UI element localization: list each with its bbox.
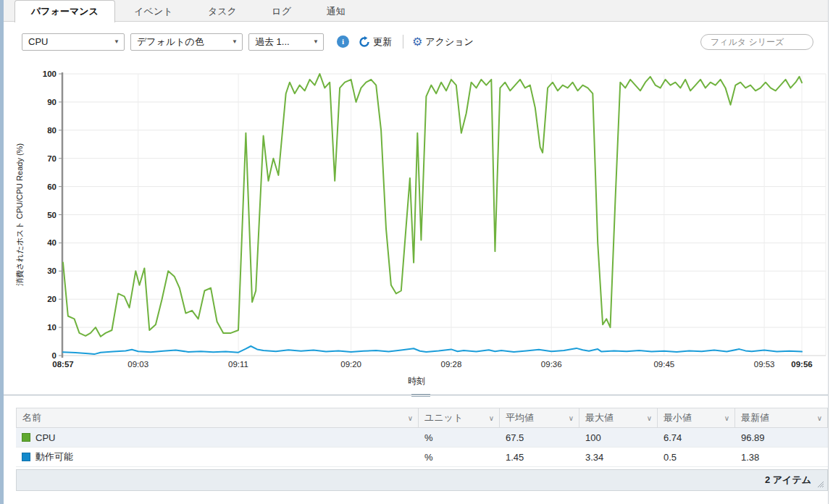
- svg-text:100: 100: [43, 70, 56, 78]
- svg-text:0: 0: [52, 351, 56, 360]
- series-table: 名前 ∨ ユニット ∨ 平均値 ∨ 最大値 ∨ 最小値 ∨ 最新値 ∨ CPU …: [16, 408, 828, 467]
- chevron-down-icon[interactable]: ∨: [647, 414, 652, 422]
- series-minimum: 6.74: [658, 428, 735, 448]
- column-header-name[interactable]: 名前 ∨: [16, 408, 419, 428]
- svg-text:09:03: 09:03: [127, 360, 148, 369]
- column-header-latest[interactable]: 最新値 ∨: [735, 408, 828, 428]
- svg-text:09:45: 09:45: [653, 360, 674, 369]
- series-minimum: 0.5: [658, 448, 735, 467]
- svg-text:10: 10: [47, 323, 56, 332]
- series-average: 67.5: [500, 428, 579, 448]
- series-name: 動作可能: [35, 450, 73, 463]
- svg-text:20: 20: [47, 295, 56, 303]
- table-footer: 2 アイテム: [16, 469, 828, 491]
- chevron-down-icon[interactable]: ∨: [724, 414, 729, 422]
- resize-grip-icon[interactable]: [816, 480, 824, 487]
- splitter-drag-handle[interactable]: [411, 392, 430, 398]
- series-maximum: 100: [579, 428, 658, 448]
- x-axis-title: 時刻: [0, 375, 833, 387]
- svg-text:70: 70: [47, 154, 56, 163]
- performance-panel: パフォーマンス イベント タスク ログ 通知 CPU ▼ デフォルトの色 ▼ 過…: [0, 0, 833, 504]
- svg-text:09:36: 09:36: [541, 360, 562, 369]
- svg-text:80: 80: [47, 126, 56, 135]
- svg-text:50: 50: [47, 211, 56, 219]
- svg-text:09:56: 09:56: [791, 360, 812, 369]
- svg-text:09:28: 09:28: [441, 360, 462, 369]
- series-average: 1.45: [500, 448, 579, 467]
- series-name: CPU: [35, 432, 55, 443]
- chevron-down-icon[interactable]: ∨: [569, 414, 574, 422]
- table-row[interactable]: 動作可能 % 1.45 3.34 0.5 1.38: [16, 448, 828, 467]
- chevron-down-icon[interactable]: ∨: [408, 414, 413, 422]
- series-unit: %: [419, 428, 500, 448]
- chevron-down-icon[interactable]: ∨: [817, 414, 822, 422]
- column-header-maximum[interactable]: 最大値 ∨: [579, 408, 658, 428]
- chart-table-splitter: [4, 395, 828, 395]
- table-row[interactable]: CPU % 67.5 100 6.74 96.89: [16, 428, 828, 448]
- item-count: 2 アイテム: [765, 474, 811, 487]
- svg-text:60: 60: [47, 182, 56, 191]
- svg-text:08:57: 08:57: [52, 360, 73, 369]
- column-header-unit[interactable]: ユニット ∨: [419, 408, 500, 428]
- svg-text:90: 90: [47, 98, 56, 106]
- performance-chart[interactable]: 010203040506070809010008:5709:0309:1109:…: [0, 0, 833, 391]
- window-right-border: [828, 0, 829, 504]
- svg-text:40: 40: [47, 238, 56, 247]
- chevron-down-icon[interactable]: ∨: [489, 414, 494, 422]
- series-unit: %: [419, 448, 500, 467]
- series-maximum: 3.34: [579, 448, 658, 467]
- series-latest: 1.38: [735, 448, 828, 467]
- column-header-average[interactable]: 平均値 ∨: [500, 408, 579, 428]
- series-latest: 96.89: [735, 428, 828, 448]
- column-header-minimum[interactable]: 最小値 ∨: [658, 408, 735, 428]
- ready-series-swatch: [22, 453, 30, 461]
- svg-text:09:11: 09:11: [228, 360, 248, 369]
- cpu-series-swatch: [22, 433, 30, 442]
- svg-text:09:53: 09:53: [754, 360, 775, 369]
- y-axis-title: 消費されたホスト CPU/CPU Ready (%): [10, 70, 30, 359]
- svg-text:09:20: 09:20: [340, 360, 361, 369]
- svg-text:30: 30: [47, 266, 56, 275]
- table-header-row: 名前 ∨ ユニット ∨ 平均値 ∨ 最大値 ∨ 最小値 ∨ 最新値 ∨: [16, 408, 828, 428]
